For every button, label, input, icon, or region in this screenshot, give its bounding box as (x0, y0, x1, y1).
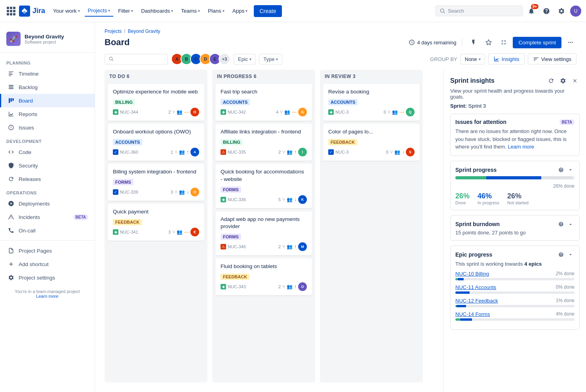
refresh-icon[interactable] (546, 76, 556, 86)
epic-name[interactable]: NUC-10 Billing (455, 271, 489, 277)
board-and-insights: TO DO 6 Optimize experience for mobile w… (95, 70, 586, 392)
card[interactable]: Adapt web app no new payments provider F… (215, 211, 312, 256)
app-switcher-button[interactable] (5, 5, 17, 17)
nav-dashboards[interactable]: Dashboards ▾ (138, 6, 176, 16)
epic-expand[interactable] (567, 251, 575, 259)
lightning-button[interactable] (468, 36, 479, 48)
card[interactable]: Fluid booking on tablets FEEDBACK ◆ NUC-… (215, 259, 312, 295)
sidebar-item-incidents[interactable]: Incidents BETA (0, 210, 95, 224)
progress-expand[interactable] (567, 166, 575, 174)
burndown-expand[interactable] (567, 220, 575, 228)
sidebar-item-project-pages[interactable]: Project Pages (0, 244, 95, 257)
epic-item: NUC-11 Accounts 0% done (455, 284, 575, 294)
card[interactable]: Affiliate links integration - frontend B… (215, 124, 312, 161)
nav-plans[interactable]: Plans ▾ (205, 6, 228, 16)
svg-point-0 (440, 9, 444, 12)
card[interactable]: Optimize experience for mobile web BILLI… (108, 84, 204, 121)
priority-icon: ↑ (294, 244, 297, 249)
card-title: Quick payment (113, 208, 199, 216)
card-tag: FEEDBACK (328, 139, 357, 145)
sidebar-item-add-shortcut[interactable]: Add shortcut (0, 257, 95, 271)
card-num: 2 (278, 284, 281, 289)
card[interactable]: Onboard workout options (OWO) ACCOUNTS ✓… (108, 124, 204, 161)
more-options-button[interactable] (565, 36, 576, 48)
board-column-inprogress: IN PROGRESS 6 Fast trip search ACCOUNTS … (212, 70, 315, 382)
notifications-button[interactable]: 9+ (525, 5, 538, 17)
nav-apps[interactable]: Apps ▾ (229, 6, 251, 16)
footer-link[interactable]: Learn more (36, 294, 58, 299)
avatar-more[interactable]: +3 (219, 53, 230, 65)
type-filter-button[interactable]: Type ▾ (259, 54, 282, 65)
chevron-down-icon: ▾ (131, 9, 133, 13)
card-num: 5 (278, 197, 281, 202)
sidebar-item-oncall[interactable]: On-call (0, 224, 95, 237)
card-id: NUC-339 (120, 190, 138, 194)
search-input[interactable] (116, 56, 164, 62)
svg-rect-9 (9, 98, 10, 103)
project-info: Beyond Gravity Software project (25, 34, 64, 44)
search-box[interactable]: Search (436, 6, 523, 16)
board-header: Projects / Beyond Gravity Board 4 days r… (95, 22, 586, 53)
complete-sprint-button[interactable]: Complete sprint (513, 37, 561, 48)
card-type-icon: ⚠ (221, 244, 226, 249)
epic-name[interactable]: NUC-14 Forms (455, 311, 490, 317)
fullscreen-button[interactable] (498, 36, 510, 48)
card-id: NUC-336 (228, 197, 246, 202)
sidebar-item-security[interactable]: Security (0, 159, 95, 172)
sidebar-item-project-settings[interactable]: Project settings (0, 271, 95, 284)
sidebar-item-issues[interactable]: Issues (0, 121, 95, 134)
settings-icon[interactable] (558, 76, 568, 86)
sidebar-item-reports[interactable]: Reports (0, 107, 95, 121)
breadcrumb-project[interactable]: Beyond Gravity (128, 29, 160, 34)
user-avatar[interactable]: U (570, 6, 581, 17)
sidebar-item-backlog[interactable]: Backlog (0, 80, 95, 94)
breadcrumb-projects[interactable]: Projects (105, 29, 122, 34)
sidebar-item-code[interactable]: Code (0, 145, 95, 159)
sidebar-item-board[interactable]: Board (0, 94, 95, 107)
card[interactable]: Quick payment FEEDBACK ◆ NUC-341 3 ⑂ 👥 —… (108, 204, 204, 241)
jira-logo[interactable]: Jira (19, 6, 45, 17)
burndown-help[interactable] (557, 220, 565, 228)
group-by-button[interactable]: None ▾ (460, 54, 485, 65)
stat-inprogress: 46% In progress (478, 192, 499, 205)
sidebar-item-timeline[interactable]: Timeline (0, 67, 95, 80)
card[interactable]: Quick booking for accommodations - websi… (215, 164, 312, 208)
nav-your-work[interactable]: Your work ▾ (50, 6, 83, 16)
insights-button[interactable]: Insights (488, 53, 525, 65)
nav-teams[interactable]: Teams ▾ (178, 6, 203, 16)
burndown-card: Sprint burndown 15 points done, 27 point… (450, 215, 580, 241)
progress-help[interactable] (557, 166, 565, 174)
epic-help[interactable] (557, 251, 565, 259)
svg-point-19 (109, 57, 112, 60)
epic-name[interactable]: NUC-12 Feedback (455, 298, 498, 304)
settings-button[interactable] (555, 5, 568, 17)
issues-icon (8, 124, 15, 131)
card[interactable]: Color of pages lo... FEEDBACK ✓ NUC-3 0 … (323, 124, 420, 161)
card-meta: 2 ⑂ 👥 ↑ I (278, 148, 307, 156)
card-footer: ◆ NUC-341 3 ⑂ 👥 — E (113, 228, 199, 236)
epic-filter-button[interactable]: Epic ▾ (234, 54, 256, 65)
star-button[interactable] (483, 36, 495, 48)
help-button[interactable] (540, 5, 553, 17)
close-icon[interactable] (570, 76, 580, 86)
nav-filter[interactable]: Filter ▾ (115, 6, 136, 16)
create-button[interactable]: Create (254, 5, 282, 17)
epic-name[interactable]: NUC-11 Accounts (455, 284, 496, 290)
epic-pct: 2% done (556, 271, 575, 276)
sidebar-item-deployments[interactable]: Deployments (0, 197, 95, 210)
card-avatar: I (298, 148, 307, 156)
card[interactable]: Fast trip search ACCOUNTS ◆ NUC-342 4 ⑂ … (215, 84, 312, 121)
sidebar-item-releases[interactable]: Releases (0, 172, 95, 186)
sidebar-dev-label: DEVELOPMENT (0, 134, 95, 145)
learn-more-link[interactable]: Learn more (508, 144, 534, 150)
svg-point-18 (572, 42, 573, 43)
card-footer: ⚠ NUC-335 2 ⑂ 👥 ↑ I (221, 148, 307, 156)
sidebar-divider (0, 240, 95, 241)
card[interactable]: Billing system integration - frontend FO… (108, 164, 204, 201)
card-type-icon: ⚠ (221, 149, 226, 155)
card[interactable]: Revise a booking ACCOUNTS ◆ NUC-3 0 ⑂ 👥 … (323, 84, 420, 121)
board-search[interactable] (105, 54, 168, 65)
card-meta: 1 ⑂ 👥 ↑ A (171, 148, 199, 156)
nav-projects[interactable]: Projects ▾ (85, 5, 114, 17)
view-settings-button[interactable]: View settings (528, 53, 576, 65)
